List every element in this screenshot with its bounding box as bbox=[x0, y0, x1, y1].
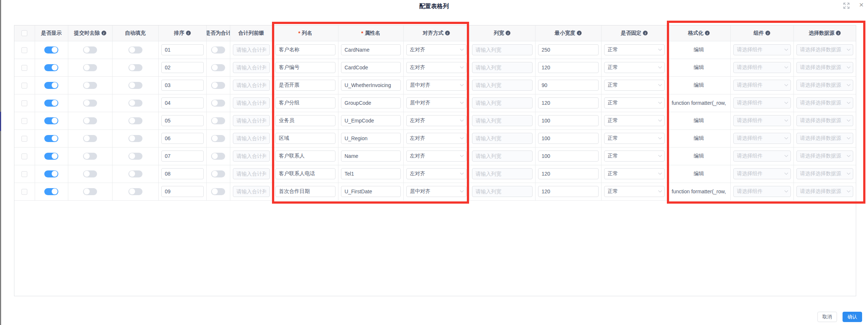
attr-input[interactable] bbox=[341, 133, 401, 144]
name-input[interactable] bbox=[275, 62, 335, 73]
remove_on_submit-toggle[interactable] bbox=[83, 64, 97, 71]
sort-input[interactable] bbox=[161, 97, 204, 108]
name-input[interactable] bbox=[275, 168, 335, 179]
row-checkbox[interactable] bbox=[21, 171, 27, 177]
name-input[interactable] bbox=[275, 151, 335, 162]
align-select[interactable]: 居中对齐 bbox=[406, 186, 466, 197]
show-toggle[interactable] bbox=[44, 153, 58, 160]
show-toggle[interactable] bbox=[44, 117, 58, 124]
fixed-select[interactable]: 正常 bbox=[604, 133, 665, 144]
align-select[interactable]: 左对齐 bbox=[406, 133, 466, 144]
is_total-toggle[interactable] bbox=[211, 100, 225, 107]
row-checkbox[interactable] bbox=[21, 153, 27, 159]
row-checkbox[interactable] bbox=[21, 47, 27, 53]
remove_on_submit-toggle[interactable] bbox=[83, 153, 97, 160]
fixed-select[interactable]: 正常 bbox=[604, 151, 665, 162]
is_total-toggle[interactable] bbox=[211, 170, 225, 177]
sort-input[interactable] bbox=[161, 151, 204, 162]
align-select[interactable]: 居中对齐 bbox=[406, 97, 466, 108]
remove_on_submit-toggle[interactable] bbox=[83, 135, 97, 142]
remove_on_submit-toggle[interactable] bbox=[83, 100, 97, 107]
close-icon[interactable]: ✕ bbox=[858, 1, 865, 9]
show-toggle[interactable] bbox=[44, 135, 58, 142]
sort-input[interactable] bbox=[161, 62, 204, 73]
sort-input[interactable] bbox=[161, 44, 204, 55]
align-select[interactable]: 左对齐 bbox=[406, 168, 466, 179]
attr-input[interactable] bbox=[341, 97, 401, 108]
min_width-input[interactable] bbox=[538, 168, 599, 179]
fixed-select[interactable]: 正常 bbox=[604, 62, 665, 73]
is_total-toggle[interactable] bbox=[211, 135, 225, 142]
name-input[interactable] bbox=[275, 186, 335, 197]
is_total-toggle[interactable] bbox=[211, 188, 225, 195]
cancel-button[interactable]: 取消 bbox=[817, 312, 837, 322]
is_total-toggle[interactable] bbox=[211, 153, 225, 160]
remove_on_submit-toggle[interactable] bbox=[83, 188, 97, 195]
name-input[interactable] bbox=[275, 97, 335, 108]
auto_fill-toggle[interactable] bbox=[128, 82, 142, 89]
fixed-select[interactable]: 正常 bbox=[604, 80, 665, 91]
name-input[interactable] bbox=[275, 80, 335, 91]
sort-input[interactable] bbox=[161, 80, 204, 91]
min_width-input[interactable] bbox=[538, 62, 599, 73]
row-checkbox[interactable] bbox=[21, 189, 27, 195]
fixed-select[interactable]: 正常 bbox=[604, 168, 665, 179]
sort-input[interactable] bbox=[161, 168, 204, 179]
align-select[interactable]: 左对齐 bbox=[406, 44, 466, 55]
show-toggle[interactable] bbox=[44, 170, 58, 177]
auto_fill-toggle[interactable] bbox=[128, 117, 142, 124]
row-checkbox[interactable] bbox=[21, 65, 27, 71]
min_width-input[interactable] bbox=[538, 80, 599, 91]
auto_fill-toggle[interactable] bbox=[128, 100, 142, 107]
attr-input[interactable] bbox=[341, 80, 401, 91]
remove_on_submit-toggle[interactable] bbox=[83, 170, 97, 177]
min_width-input[interactable] bbox=[538, 186, 599, 197]
auto_fill-toggle[interactable] bbox=[128, 64, 142, 71]
align-select[interactable]: 左对齐 bbox=[406, 151, 466, 162]
select-all-checkbox[interactable] bbox=[21, 30, 27, 36]
fixed-select[interactable]: 正常 bbox=[604, 186, 665, 197]
sort-input[interactable] bbox=[161, 115, 204, 126]
row-checkbox[interactable] bbox=[21, 136, 27, 142]
sort-input[interactable] bbox=[161, 133, 204, 144]
attr-input[interactable] bbox=[341, 186, 401, 197]
remove_on_submit-toggle[interactable] bbox=[83, 117, 97, 124]
is_total-toggle[interactable] bbox=[211, 82, 225, 89]
attr-input[interactable] bbox=[341, 62, 401, 73]
attr-input[interactable] bbox=[341, 151, 401, 162]
auto_fill-toggle[interactable] bbox=[128, 188, 142, 195]
show-toggle[interactable] bbox=[44, 46, 58, 53]
is_total-toggle[interactable] bbox=[211, 46, 225, 53]
attr-input[interactable] bbox=[341, 115, 401, 126]
fixed-select[interactable]: 正常 bbox=[604, 115, 665, 126]
fullscreen-icon[interactable] bbox=[843, 3, 850, 9]
row-checkbox[interactable] bbox=[21, 100, 27, 106]
auto_fill-toggle[interactable] bbox=[128, 46, 142, 53]
align-select[interactable]: 左对齐 bbox=[406, 115, 466, 126]
align-select[interactable]: 居中对齐 bbox=[406, 80, 466, 91]
show-toggle[interactable] bbox=[44, 82, 58, 89]
remove_on_submit-toggle[interactable] bbox=[83, 46, 97, 53]
min_width-input[interactable] bbox=[538, 133, 599, 144]
confirm-button[interactable]: 确认 bbox=[843, 312, 862, 322]
align-select[interactable]: 左对齐 bbox=[406, 62, 466, 73]
show-toggle[interactable] bbox=[44, 64, 58, 71]
fixed-select[interactable]: 正常 bbox=[604, 97, 665, 108]
min_width-input[interactable] bbox=[538, 151, 599, 162]
fixed-select[interactable]: 正常 bbox=[604, 44, 665, 55]
show-toggle[interactable] bbox=[44, 100, 58, 107]
name-input[interactable] bbox=[275, 115, 335, 126]
min_width-input[interactable] bbox=[538, 44, 599, 55]
is_total-toggle[interactable] bbox=[211, 117, 225, 124]
name-input[interactable] bbox=[275, 133, 335, 144]
show-toggle[interactable] bbox=[44, 188, 58, 195]
min_width-input[interactable] bbox=[538, 115, 599, 126]
name-input[interactable] bbox=[275, 44, 335, 55]
attr-input[interactable] bbox=[341, 168, 401, 179]
remove_on_submit-toggle[interactable] bbox=[83, 82, 97, 89]
sort-input[interactable] bbox=[161, 186, 204, 197]
auto_fill-toggle[interactable] bbox=[128, 135, 142, 142]
auto_fill-toggle[interactable] bbox=[128, 170, 142, 177]
is_total-toggle[interactable] bbox=[211, 64, 225, 71]
attr-input[interactable] bbox=[341, 44, 401, 55]
